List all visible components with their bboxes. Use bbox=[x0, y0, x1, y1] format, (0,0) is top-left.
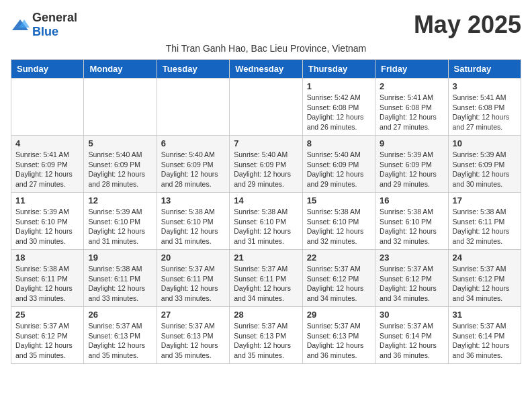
day-number: 16 bbox=[380, 195, 443, 205]
day-number: 4 bbox=[15, 138, 79, 148]
day-number: 20 bbox=[161, 253, 225, 263]
day-cell-29: 29Sunrise: 5:37 AM Sunset: 6:13 PM Dayli… bbox=[302, 307, 375, 364]
day-info: Sunrise: 5:40 AM Sunset: 6:09 PM Dayligh… bbox=[234, 150, 298, 189]
day-cell-13: 13Sunrise: 5:38 AM Sunset: 6:10 PM Dayli… bbox=[157, 193, 229, 250]
day-cell-12: 12Sunrise: 5:39 AM Sunset: 6:10 PM Dayli… bbox=[84, 193, 157, 250]
day-number: 25 bbox=[15, 310, 79, 320]
day-number: 17 bbox=[453, 195, 517, 205]
day-cell-20: 20Sunrise: 5:37 AM Sunset: 6:11 PM Dayli… bbox=[157, 250, 229, 307]
day-info: Sunrise: 5:41 AM Sunset: 6:09 PM Dayligh… bbox=[15, 150, 79, 189]
weekday-row: SundayMondayTuesdayWednesdayThursdayFrid… bbox=[11, 60, 521, 79]
day-number: 12 bbox=[88, 195, 152, 205]
day-info: Sunrise: 5:37 AM Sunset: 6:12 PM Dayligh… bbox=[15, 321, 79, 361]
logo-icon bbox=[11, 18, 30, 32]
day-info: Sunrise: 5:40 AM Sunset: 6:09 PM Dayligh… bbox=[88, 150, 152, 189]
day-info: Sunrise: 5:38 AM Sunset: 6:10 PM Dayligh… bbox=[161, 207, 225, 246]
day-number: 24 bbox=[453, 253, 517, 263]
day-cell-10: 10Sunrise: 5:39 AM Sunset: 6:09 PM Dayli… bbox=[448, 136, 521, 193]
month-year: May 2025 bbox=[414, 11, 521, 39]
day-number: 28 bbox=[234, 310, 298, 320]
day-info: Sunrise: 5:37 AM Sunset: 6:12 PM Dayligh… bbox=[453, 264, 517, 304]
day-info: Sunrise: 5:40 AM Sunset: 6:09 PM Dayligh… bbox=[161, 150, 225, 189]
day-number: 10 bbox=[453, 138, 517, 148]
day-number: 31 bbox=[453, 310, 517, 320]
day-cell-27: 27Sunrise: 5:37 AM Sunset: 6:13 PM Dayli… bbox=[157, 307, 229, 364]
day-info: Sunrise: 5:37 AM Sunset: 6:12 PM Dayligh… bbox=[380, 264, 443, 304]
empty-cell bbox=[84, 79, 157, 136]
day-cell-3: 3Sunrise: 5:41 AM Sunset: 6:08 PM Daylig… bbox=[448, 79, 521, 136]
day-cell-11: 11Sunrise: 5:39 AM Sunset: 6:10 PM Dayli… bbox=[11, 193, 84, 250]
day-cell-19: 19Sunrise: 5:38 AM Sunset: 6:11 PM Dayli… bbox=[84, 250, 157, 307]
day-number: 15 bbox=[307, 195, 371, 205]
day-cell-30: 30Sunrise: 5:37 AM Sunset: 6:14 PM Dayli… bbox=[375, 307, 448, 364]
day-number: 22 bbox=[307, 253, 371, 263]
day-info: Sunrise: 5:37 AM Sunset: 6:12 PM Dayligh… bbox=[307, 264, 371, 304]
day-cell-22: 22Sunrise: 5:37 AM Sunset: 6:12 PM Dayli… bbox=[302, 250, 375, 307]
day-cell-26: 26Sunrise: 5:37 AM Sunset: 6:13 PM Dayli… bbox=[84, 307, 157, 364]
day-info: Sunrise: 5:37 AM Sunset: 6:14 PM Dayligh… bbox=[380, 321, 443, 361]
day-info: Sunrise: 5:39 AM Sunset: 6:10 PM Dayligh… bbox=[88, 207, 152, 246]
day-number: 5 bbox=[88, 138, 152, 148]
week-row-5: 25Sunrise: 5:37 AM Sunset: 6:12 PM Dayli… bbox=[11, 307, 521, 364]
day-info: Sunrise: 5:38 AM Sunset: 6:11 PM Dayligh… bbox=[15, 264, 79, 304]
empty-cell bbox=[230, 79, 302, 136]
day-cell-9: 9Sunrise: 5:39 AM Sunset: 6:09 PM Daylig… bbox=[375, 136, 448, 193]
weekday-header-saturday: Saturday bbox=[448, 60, 521, 79]
day-cell-28: 28Sunrise: 5:37 AM Sunset: 6:13 PM Dayli… bbox=[230, 307, 302, 364]
week-row-3: 11Sunrise: 5:39 AM Sunset: 6:10 PM Dayli… bbox=[11, 193, 521, 250]
weekday-header-sunday: Sunday bbox=[11, 60, 84, 79]
day-cell-14: 14Sunrise: 5:38 AM Sunset: 6:10 PM Dayli… bbox=[230, 193, 302, 250]
day-cell-16: 16Sunrise: 5:38 AM Sunset: 6:10 PM Dayli… bbox=[375, 193, 448, 250]
day-info: Sunrise: 5:37 AM Sunset: 6:13 PM Dayligh… bbox=[234, 321, 298, 361]
week-row-4: 18Sunrise: 5:38 AM Sunset: 6:11 PM Dayli… bbox=[11, 250, 521, 307]
day-info: Sunrise: 5:37 AM Sunset: 6:13 PM Dayligh… bbox=[161, 321, 225, 361]
day-number: 23 bbox=[380, 253, 443, 263]
day-info: Sunrise: 5:38 AM Sunset: 6:10 PM Dayligh… bbox=[307, 207, 371, 246]
logo-blue: Blue bbox=[32, 25, 58, 38]
location: Thi Tran Ganh Hao, Bac Lieu Province, Vi… bbox=[11, 43, 521, 54]
day-cell-8: 8Sunrise: 5:40 AM Sunset: 6:09 PM Daylig… bbox=[302, 136, 375, 193]
day-info: Sunrise: 5:37 AM Sunset: 6:13 PM Dayligh… bbox=[88, 321, 152, 361]
day-number: 7 bbox=[234, 138, 298, 148]
day-number: 8 bbox=[307, 138, 371, 148]
calendar-header: SundayMondayTuesdayWednesdayThursdayFrid… bbox=[11, 60, 521, 79]
day-info: Sunrise: 5:39 AM Sunset: 6:09 PM Dayligh… bbox=[380, 150, 443, 189]
day-info: Sunrise: 5:41 AM Sunset: 6:08 PM Dayligh… bbox=[380, 93, 443, 132]
day-number: 19 bbox=[88, 253, 152, 263]
day-cell-25: 25Sunrise: 5:37 AM Sunset: 6:12 PM Dayli… bbox=[11, 307, 84, 364]
day-info: Sunrise: 5:37 AM Sunset: 6:11 PM Dayligh… bbox=[234, 264, 298, 304]
logo: General Blue bbox=[11, 11, 77, 39]
day-cell-15: 15Sunrise: 5:38 AM Sunset: 6:10 PM Dayli… bbox=[302, 193, 375, 250]
day-cell-31: 31Sunrise: 5:37 AM Sunset: 6:14 PM Dayli… bbox=[448, 307, 521, 364]
day-number: 2 bbox=[380, 81, 443, 91]
calendar: SundayMondayTuesdayWednesdayThursdayFrid… bbox=[11, 59, 521, 364]
day-info: Sunrise: 5:37 AM Sunset: 6:13 PM Dayligh… bbox=[307, 321, 371, 361]
day-cell-17: 17Sunrise: 5:38 AM Sunset: 6:11 PM Dayli… bbox=[448, 193, 521, 250]
weekday-header-tuesday: Tuesday bbox=[157, 60, 229, 79]
day-info: Sunrise: 5:38 AM Sunset: 6:10 PM Dayligh… bbox=[234, 207, 298, 246]
day-number: 6 bbox=[161, 138, 225, 148]
day-number: 21 bbox=[234, 253, 298, 263]
day-cell-4: 4Sunrise: 5:41 AM Sunset: 6:09 PM Daylig… bbox=[11, 136, 84, 193]
day-number: 26 bbox=[88, 310, 152, 320]
logo-general: General bbox=[32, 11, 77, 24]
page-header: General Blue May 2025 bbox=[11, 11, 521, 39]
day-info: Sunrise: 5:40 AM Sunset: 6:09 PM Dayligh… bbox=[307, 150, 371, 189]
day-number: 3 bbox=[453, 81, 517, 91]
day-cell-1: 1Sunrise: 5:42 AM Sunset: 6:08 PM Daylig… bbox=[302, 79, 375, 136]
day-number: 27 bbox=[161, 310, 225, 320]
day-number: 9 bbox=[380, 138, 443, 148]
week-row-2: 4Sunrise: 5:41 AM Sunset: 6:09 PM Daylig… bbox=[11, 136, 521, 193]
day-info: Sunrise: 5:38 AM Sunset: 6:11 PM Dayligh… bbox=[88, 264, 152, 304]
day-info: Sunrise: 5:37 AM Sunset: 6:14 PM Dayligh… bbox=[453, 321, 517, 361]
week-row-1: 1Sunrise: 5:42 AM Sunset: 6:08 PM Daylig… bbox=[11, 79, 521, 136]
day-number: 30 bbox=[380, 310, 443, 320]
day-cell-18: 18Sunrise: 5:38 AM Sunset: 6:11 PM Dayli… bbox=[11, 250, 84, 307]
day-cell-5: 5Sunrise: 5:40 AM Sunset: 6:09 PM Daylig… bbox=[84, 136, 157, 193]
weekday-header-monday: Monday bbox=[84, 60, 157, 79]
day-number: 14 bbox=[234, 195, 298, 205]
weekday-header-wednesday: Wednesday bbox=[230, 60, 302, 79]
day-cell-23: 23Sunrise: 5:37 AM Sunset: 6:12 PM Dayli… bbox=[375, 250, 448, 307]
day-info: Sunrise: 5:38 AM Sunset: 6:11 PM Dayligh… bbox=[453, 207, 517, 246]
weekday-header-thursday: Thursday bbox=[302, 60, 375, 79]
